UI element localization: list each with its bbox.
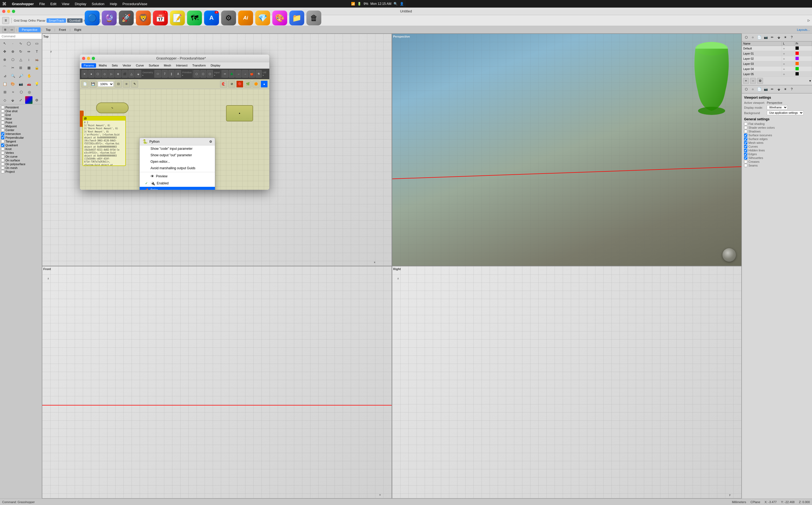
light-tool[interactable]: 💡 — [33, 80, 40, 88]
gh-diamond-btn[interactable]: ◇ — [102, 70, 108, 77]
gh-arrow-btn[interactable]: ▷ — [108, 70, 114, 77]
snap-onsurface-check[interactable] — [1, 159, 4, 162]
snap-oncurve-check[interactable] — [1, 155, 4, 158]
snap-midpoint-check[interactable] — [1, 125, 4, 128]
menubar-edit[interactable]: Edit — [48, 1, 59, 6]
dock-files[interactable]: 📁 — [289, 11, 304, 25]
analyze-tool[interactable]: ⊿ — [1, 72, 9, 79]
lock-tool[interactable]: 🔒 — [33, 64, 40, 71]
snap-vertex[interactable]: Vertex — [1, 151, 40, 155]
gh-minimize-btn[interactable] — [87, 57, 90, 60]
gh-curve-node[interactable]: ∿ — [96, 103, 129, 113]
gh-menu-intersect[interactable]: Intersect — [174, 63, 190, 67]
snap-perpendicular-check[interactable] — [1, 136, 4, 139]
render-tool[interactable]: 📷 — [17, 80, 25, 88]
gh-blue-btn[interactable]: ● — [261, 80, 268, 88]
dock-finder[interactable]: 🔵 — [85, 11, 100, 25]
context-settings-icon[interactable]: ⚙ — [209, 140, 212, 144]
gh-preview-btn[interactable]: 👁 — [123, 80, 130, 88]
snap-oncurve[interactable]: On curve — [1, 155, 40, 158]
snap-midpoint[interactable]: Midpoint — [1, 124, 40, 128]
menubar-help[interactable]: Help — [108, 1, 119, 6]
menubar-solution[interactable]: Solution — [90, 1, 107, 6]
snap-persistent[interactable]: Persistent — [1, 106, 40, 109]
gh-menu-curve[interactable]: Curve — [134, 63, 146, 67]
command-input[interactable] — [0, 33, 42, 39]
gh-leaf-btn[interactable]: 🌿 — [244, 80, 251, 88]
gh-util6[interactable]: ⚗ — [255, 70, 262, 77]
snap-point-check[interactable] — [1, 121, 4, 124]
snap-vertex-check[interactable] — [1, 151, 4, 154]
snap-onpolysurface[interactable]: On polysurface — [1, 162, 40, 166]
context-show-out[interactable]: Show output "out" parameter — [140, 152, 215, 158]
context-avoid-marshalling[interactable]: Avoid marshalling output Guids — [140, 165, 215, 171]
dock-appstore[interactable]: A 6 — [204, 11, 219, 25]
context-open-editor[interactable]: Open editor... — [140, 158, 215, 165]
snap-oneshot[interactable]: One shot — [1, 109, 40, 113]
gh-menu-sets[interactable]: Sets — [110, 63, 120, 67]
gh-in2[interactable]: ⬡ — [200, 70, 207, 77]
gh-menu-maths[interactable]: Maths — [97, 63, 109, 67]
car-tool[interactable]: 🚗 — [25, 80, 33, 88]
rectangle-tool[interactable]: ▭ — [33, 39, 40, 47]
maximize-button[interactable] — [12, 10, 15, 13]
ortho-label[interactable]: Ortho — [28, 19, 36, 22]
pan-tool[interactable]: ✋ — [25, 72, 33, 79]
array-tool[interactable]: ⊞ — [1, 88, 9, 96]
subd-tool[interactable]: ◇ — [1, 96, 9, 104]
snap-knot[interactable]: Knot — [1, 147, 40, 151]
sidebar-toggle-btn[interactable]: ☰ — [2, 17, 9, 24]
zoom-out-tool[interactable]: 🔎 — [17, 72, 25, 79]
snap-point[interactable]: Point — [1, 121, 40, 124]
mesh-tool[interactable]: △ — [17, 56, 25, 63]
gh-prim3[interactable]: ‖ — [168, 70, 175, 77]
gh-box-btn[interactable]: ⬛ — [122, 70, 128, 77]
gh-wire-btn[interactable]: ⊘ — [228, 80, 235, 88]
dock-sketch[interactable]: 💎 — [255, 11, 270, 25]
gh-menu-transform[interactable]: Transform — [190, 63, 208, 67]
planar-label[interactable]: Planar — [37, 19, 45, 22]
gh-prim2[interactable]: 7 — [161, 70, 168, 77]
gh-maximize-btn[interactable] — [92, 57, 95, 60]
close-button[interactable] — [2, 10, 5, 13]
gh-util2[interactable]: 🌲 — [229, 70, 235, 77]
gh-hex-btn[interactable]: ⬡ — [95, 70, 101, 77]
gh-pt-btn[interactable]: ● — [88, 70, 95, 77]
rotate-tool[interactable]: ↻ — [17, 47, 25, 55]
gh-magnet-btn[interactable]: 🧲 — [220, 80, 227, 88]
snap-onsurface[interactable]: On surface — [1, 158, 40, 162]
search-icon[interactable]: 🔍 — [393, 2, 397, 6]
snap-perpendicular[interactable]: Perpendicular — [1, 136, 40, 140]
gh-close-btn[interactable] — [82, 57, 85, 60]
gh-menu-surface[interactable]: Surface — [146, 63, 161, 67]
dock-sysprefs[interactable]: ⚙ — [221, 11, 236, 25]
gh-prim1[interactable]: ⬭ — [155, 70, 161, 77]
context-bake[interactable]: 🔥 Bake... — [140, 187, 215, 190]
dock-calendar[interactable]: 📅 1 — [153, 11, 168, 25]
gh-menu-params[interactable]: Params — [82, 63, 96, 67]
dock-trash[interactable]: 🗑 — [307, 11, 321, 25]
gh-util1[interactable]: ✂ — [222, 70, 228, 77]
gh-circle-btn[interactable]: ⊕ — [115, 70, 121, 77]
dimension-tool[interactable]: ↕ — [25, 56, 33, 63]
gh-save-btn[interactable]: 💾 — [90, 80, 97, 88]
scale-tool[interactable]: ⊕ — [9, 47, 17, 55]
gumball-btn[interactable]: Gumball — [67, 18, 83, 23]
viewport-perspective[interactable]: Perspective — [392, 33, 406, 252]
dock-launchpad[interactable]: 🚀 — [119, 11, 134, 25]
point-tool[interactable]: · — [9, 39, 17, 47]
menubar-proceduralvase[interactable]: ProceduralVase — [120, 1, 150, 6]
gh-fit-btn[interactable]: ⊡ — [115, 80, 122, 88]
minimize-button[interactable] — [7, 10, 10, 13]
settings-tool[interactable]: ⚙ — [33, 96, 40, 104]
user-icon[interactable]: 👤 — [400, 2, 404, 6]
gh-null-btn[interactable]: ✕ — [82, 70, 88, 77]
snap-onmesh-check[interactable] — [1, 166, 4, 170]
apple-menu[interactable]: ⌘ — [2, 1, 6, 6]
gh-util3[interactable]: → — [235, 70, 241, 77]
snap-quadrant[interactable]: Quadrant — [1, 143, 40, 147]
gh-menu-vector[interactable]: Vector — [120, 63, 133, 67]
context-enabled[interactable]: ✓ 🔌 Enabled — [140, 180, 215, 187]
cage-tool[interactable]: ⬡ — [17, 88, 25, 96]
gh-menu-mesh[interactable]: Mesh — [161, 63, 173, 67]
